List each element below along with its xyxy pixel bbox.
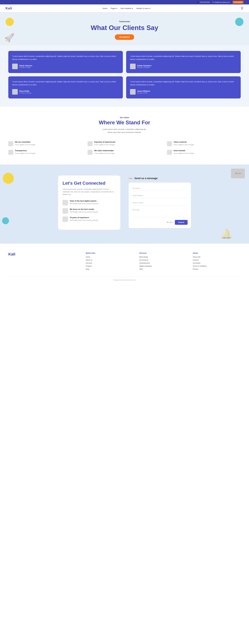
- form-header: Send us a message: [129, 177, 191, 180]
- form-header-title: Send us a message: [134, 177, 158, 180]
- testimonial-card: "Lorem ipsum dolor sit amet, consectetur…: [8, 51, 123, 73]
- footer-service-seo[interactable]: SEO: [139, 268, 187, 270]
- form-header-line: [129, 178, 133, 178]
- value-desc: Fusce sagittis et nisi in feugiat: [174, 152, 194, 154]
- footer-link-blog[interactable]: Blog: [86, 268, 134, 270]
- footer-about-careers[interactable]: Careers: [193, 259, 241, 261]
- form-group-email: [132, 193, 188, 198]
- contact-section: 300 x 181 🔔 Let's Get Connected Lorem ip…: [0, 164, 249, 244]
- form-group-name: [132, 186, 188, 191]
- testimonial-author: Jason Williams Founder of DM: [130, 89, 237, 94]
- email-input[interactable]: [132, 193, 188, 198]
- footer-about-title: About: [193, 252, 241, 254]
- testimonial-text: "Lorem ipsum dolor sit amet, consectetur…: [12, 80, 119, 86]
- contact-right: Send us a message 13 + 8 = Submit: [129, 176, 191, 230]
- feature-item: 15 years of experience Sed fringilla nul…: [62, 216, 116, 222]
- footer-service-webdesign[interactable]: Web design: [139, 256, 187, 258]
- nav-hero-headers[interactable]: Hero headers ▾: [121, 7, 133, 10]
- footer-service-ecommerce[interactable]: eCommerce: [139, 259, 187, 261]
- footer-link-about[interactable]: About us: [86, 259, 134, 261]
- feature-title: 15 years of experience: [70, 216, 99, 218]
- testimonials-section: "Lorem ipsum dolor sit amet, consectetur…: [0, 45, 249, 107]
- value-title: We are committed: [15, 141, 35, 143]
- testimonial-author: Esther Davidson Founder of Divilleo: [130, 64, 237, 69]
- value-title: Client centered: [174, 141, 194, 143]
- hero-title: What Our Clients Say: [6, 24, 244, 32]
- topbar-cta-button[interactable]: Get started: [233, 1, 244, 4]
- footer-service-digital[interactable]: Digital marketing: [139, 265, 187, 267]
- footer-link-home[interactable]: Home: [86, 256, 134, 258]
- value-title: Goal oriented: [174, 150, 194, 152]
- footer-credit: Designed by Marketendriess.com: [8, 277, 241, 281]
- author-title: Founder of Divilleo: [137, 67, 152, 68]
- feature-desc: Sed fringilla nulla id ante pulvinar pha…: [70, 202, 99, 205]
- footer-about: About About Kali Careers Innovation Term…: [193, 252, 241, 271]
- author-name: Jason Williams: [137, 90, 150, 92]
- contact-left: Let's Get Connected Lorem ipsum dolor si…: [58, 176, 120, 230]
- testimonial-card: "Lorem ipsum dolor sit amet, consectetur…: [126, 76, 241, 98]
- author-name: Rosa Smith: [19, 90, 31, 92]
- value-icon: [167, 150, 172, 155]
- captcha-text: 13 + 8 =: [166, 221, 173, 223]
- author-title: Founder of Avanti: [19, 92, 31, 94]
- footer-logo: Kali: [8, 252, 80, 256]
- form-footer: 13 + 8 = Submit: [132, 220, 188, 225]
- footer-grid: Kali Quick links Home About us Services …: [8, 252, 241, 271]
- testimonial-text: "Lorem ipsum dolor sit amet, consectetur…: [12, 55, 119, 61]
- footer-services-title: Services: [139, 252, 187, 254]
- submit-button[interactable]: Submit: [175, 220, 188, 225]
- footer-brand: Kali: [8, 252, 80, 271]
- message-input[interactable]: [132, 208, 188, 217]
- footer-service-advertisement[interactable]: Advertisement: [139, 262, 187, 264]
- value-icon: [88, 141, 92, 146]
- value-item: Client centered Fusce sagittis et nisi i…: [167, 141, 241, 146]
- nav-pages[interactable]: Pages ▾: [111, 7, 117, 10]
- value-item: Transparency Fusce sagittis et nisi in f…: [8, 150, 82, 155]
- footer-about-privacy[interactable]: Privacy: [193, 268, 241, 270]
- feature-title: Team of the best digital experts: [70, 200, 99, 202]
- testimonial-card: "Lorem ipsum dolor sit amet, consectetur…: [8, 76, 123, 98]
- hero-section: Testimonials What Our Clients Say Get St…: [0, 12, 249, 45]
- email-item: ✉ info@mycompany.com: [212, 2, 230, 3]
- value-icon: [8, 141, 13, 146]
- value-desc: Fusce sagittis et nisi in feugiat: [15, 152, 35, 154]
- footer-about-innovation[interactable]: Innovation: [193, 262, 241, 264]
- testimonial-card: "Lorem ipsum dolor sit amet, consectetur…: [126, 51, 241, 73]
- value-desc: Fusce sagittis et nisi in feugiat: [94, 144, 115, 146]
- author-title: Founder of DM: [137, 92, 150, 94]
- footer-link-services[interactable]: Services: [86, 262, 134, 264]
- values-grid: We are committed Fusce sagittis et nisi …: [8, 141, 241, 155]
- hamburger-icon[interactable]: ☰: [241, 6, 244, 10]
- author-name: David Johnson: [19, 64, 32, 67]
- value-item: Expertise & Experienced Fusce sagittis e…: [88, 141, 161, 146]
- email-address: info@mycompany.com: [214, 2, 230, 3]
- value-item: We value relationships Fusce sagittis et…: [88, 150, 161, 155]
- testimonial-text: "Lorem ipsum dolor sit amet, consectetur…: [130, 80, 237, 86]
- testimonial-author: David Johnson Founder of Atlas: [12, 64, 119, 69]
- values-badge: Our values: [8, 116, 241, 118]
- footer-about-kali[interactable]: About Kali: [193, 256, 241, 258]
- nav-home[interactable]: Home: [102, 7, 107, 10]
- footer-link-projects[interactable]: Projects: [86, 265, 134, 267]
- nav-logo: Kali: [6, 6, 12, 10]
- deco-yellow-circle: [6, 18, 14, 26]
- nav-header-menu[interactable]: Header & menu ▾: [136, 7, 150, 10]
- contact-deco-image: 300 x 181: [231, 168, 245, 178]
- hero-cta-button[interactable]: Get Started: [115, 34, 134, 40]
- feature-icon: [62, 200, 68, 206]
- feature-desc: Sed fringilla nulla id ante pulvinar pha…: [70, 219, 99, 222]
- values-title: Where We Stand For: [8, 120, 241, 126]
- phone-input[interactable]: [132, 200, 188, 205]
- phone-icon: 📱: [197, 2, 199, 3]
- feature-desc: Sed fringilla nulla id ante pulvinar pha…: [70, 211, 99, 213]
- author-avatar: [12, 89, 18, 94]
- phone-item: 📱 +815.555.5555: [197, 2, 210, 3]
- value-item: We are committed Fusce sagittis et nisi …: [8, 141, 82, 146]
- value-desc: Fusce sagittis et nisi in feugiat: [15, 144, 35, 146]
- footer-about-terms[interactable]: Terms & conditions: [193, 265, 241, 267]
- testimonial-text: "Lorem ipsum dolor sit amet, consectetur…: [130, 55, 237, 61]
- value-item: Goal oriented Fusce sagittis et nisi in …: [167, 150, 241, 155]
- rocket-icon: 🚀: [4, 33, 14, 42]
- full-name-input[interactable]: [132, 186, 188, 191]
- feature-item: We focus on the best results Sed fringil…: [62, 208, 116, 214]
